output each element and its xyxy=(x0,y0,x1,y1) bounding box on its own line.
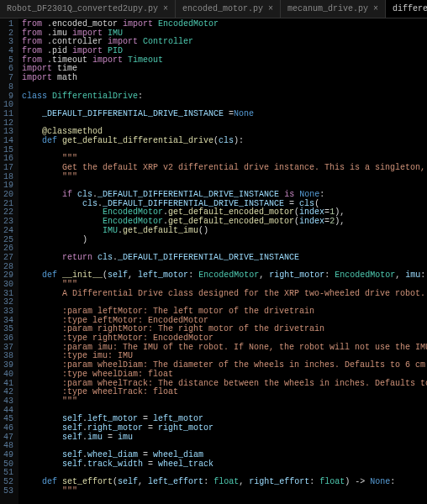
code-line[interactable]: from .timeout import Timeout xyxy=(22,56,427,66)
line-number: 11 xyxy=(2,110,13,119)
code-line[interactable]: import time xyxy=(22,65,427,74)
tab-encoded_motor-py[interactable]: encoded_motor.py× xyxy=(176,0,281,18)
code-line[interactable]: Get the default XRP v2 differential driv… xyxy=(22,164,427,173)
code-line[interactable]: _DEFAULT_DIFFERENTIAL_DRIVE_INSTANCE =No… xyxy=(22,110,427,119)
line-number: 24 xyxy=(2,227,13,236)
code-line[interactable]: def get_default_differential_drive(cls): xyxy=(22,137,427,146)
code-line[interactable]: def __init__(self, left_motor: EncodedMo… xyxy=(22,271,427,281)
close-icon[interactable]: × xyxy=(163,4,168,13)
line-number: 27 xyxy=(2,254,13,263)
code-line[interactable]: return cls._DEFAULT_DIFFERENTIAL_DRIVE_I… xyxy=(22,254,427,263)
code-line[interactable]: """ xyxy=(22,487,427,496)
tab-label: differential_drive.py xyxy=(393,4,427,13)
editor-area: 1234567891011121314151617181920212223242… xyxy=(0,18,427,504)
close-icon[interactable]: × xyxy=(268,4,273,13)
code-line[interactable]: """ xyxy=(22,173,427,182)
tab-Robot_DF2301Q_converted2upy-py[interactable]: Robot_DF2301Q_converted2upy.py× xyxy=(0,0,176,18)
code-line[interactable]: class DifferentialDrive: xyxy=(22,92,427,102)
code-line[interactable]: import math xyxy=(22,74,427,83)
code-line[interactable]: IMU.get_default_imu() xyxy=(22,227,427,236)
code-line[interactable]: self.track_width = wheel_track xyxy=(22,460,427,470)
tab-label: encoded_motor.py xyxy=(182,4,263,13)
tab-label: mecanum_drive.py xyxy=(287,4,368,13)
tab-differential_drive-py[interactable]: differential_drive.py× xyxy=(386,0,427,18)
code-line[interactable]: def set_effort(self, left_effort: float,… xyxy=(22,478,427,487)
code-line[interactable]: """ xyxy=(22,397,427,407)
code-line[interactable]: :type wheelTrack: float xyxy=(22,388,427,397)
line-number: 8 xyxy=(2,83,13,92)
line-number: 53 xyxy=(2,487,13,496)
line-number-gutter: 1234567891011121314151617181920212223242… xyxy=(0,18,18,504)
tab-bar: Robot_DF2301Q_converted2upy.py×encoded_m… xyxy=(0,0,427,18)
code-content[interactable]: from .encoded_motor import EncodedMotorf… xyxy=(18,18,427,504)
close-icon[interactable]: × xyxy=(373,4,378,13)
code-line[interactable]: A Differential Drive class designed for … xyxy=(22,290,427,299)
line-number: 40 xyxy=(2,370,13,380)
code-line[interactable]: ) xyxy=(22,236,427,245)
tab-label: Robot_DF2301Q_converted2upy.py xyxy=(7,4,158,13)
code-line[interactable] xyxy=(22,146,427,155)
line-number: 43 xyxy=(2,397,13,407)
code-line[interactable]: self.imu = imu xyxy=(22,433,427,443)
tab-mecanum_drive-py[interactable]: mecanum_drive.py× xyxy=(281,0,386,18)
